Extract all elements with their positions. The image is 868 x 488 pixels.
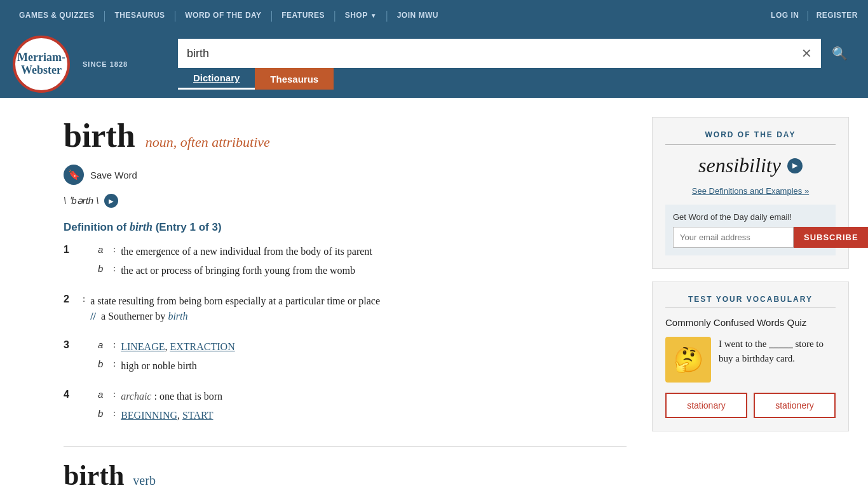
search-area: ✕ 🔍 Dictionary Thesaurus xyxy=(178,39,858,90)
def-letter-4a: a xyxy=(98,389,108,400)
search-icon: 🔍 xyxy=(832,46,848,61)
tab-thesaurus[interactable]: Thesaurus xyxy=(255,68,334,90)
def-text-2: a state resulting from being born especi… xyxy=(90,295,380,306)
def-letter-1a: a xyxy=(98,244,108,255)
def-subs-4: a : archaic : one that is born b : BEGIN… xyxy=(83,389,627,427)
vocab-divider xyxy=(665,308,836,308)
register-link[interactable]: REGISTER xyxy=(817,11,858,20)
def-num-row-4: 4 a : archaic : one that is born b : xyxy=(64,389,627,427)
pronunciation-text: \ ˈbərth \ xyxy=(64,195,99,207)
tab-dictionary[interactable]: Dictionary xyxy=(178,68,255,90)
lineage-link[interactable]: LINEAGE xyxy=(121,341,165,352)
quiz-option-stationary[interactable]: stationary xyxy=(665,393,747,418)
nav-links: GAMES & QUIZZES | THESAURUS | WORD OF TH… xyxy=(10,9,771,22)
def-colon-4b: : xyxy=(113,408,116,419)
quiz-option-stationery[interactable]: stationery xyxy=(754,393,836,418)
nav-link-features[interactable]: FEATURES xyxy=(273,11,334,20)
double-slash-2: // xyxy=(90,311,96,322)
def-text-1b: the act or process of bringing forth you… xyxy=(121,263,355,278)
start-link[interactable]: START xyxy=(182,410,213,421)
vocab-sentence: I went to the _____ store to buy a birth… xyxy=(719,337,836,365)
def-letter-4b: b xyxy=(98,408,108,419)
header: Merriam- Webster SINCE 1828 ✕ 🔍 Dictiona… xyxy=(0,30,868,98)
auth-divider: | xyxy=(806,10,808,21)
email-label: Get Word of the Day daily email! xyxy=(673,212,828,222)
def-subs-3: a : LINEAGE, EXTRACTION b : high or nobl… xyxy=(83,339,627,377)
def-colon-4a: : xyxy=(113,389,116,400)
search-clear-button[interactable]: ✕ xyxy=(792,39,821,68)
definition-block-3: 3 a : LINEAGE, EXTRACTION b : high or no… xyxy=(64,339,627,377)
quiz-options: stationary stationery xyxy=(665,393,836,418)
def-letter-3a: a xyxy=(98,339,108,350)
def-subs-1: a : the emergence of a new individual fr… xyxy=(83,244,627,282)
wotd-word-text[interactable]: sensibility xyxy=(698,154,781,177)
word-title: birth xyxy=(64,117,135,154)
definition-block-1: 1 a : the emergence of a new individual … xyxy=(64,244,627,282)
entry2-pos: verb xyxy=(133,473,156,488)
beginning-link[interactable]: BEGINNING xyxy=(121,410,177,421)
login-link[interactable]: LOG IN xyxy=(771,11,799,20)
wotd-see-more-link[interactable]: See Definitions and Examples » xyxy=(665,186,836,196)
save-word-label[interactable]: Save Word xyxy=(90,170,137,180)
wotd-audio-button[interactable]: ▶ xyxy=(787,158,803,173)
def-num-row-3: 3 a : LINEAGE, EXTRACTION b : high or no… xyxy=(64,339,627,377)
def-text-3a: LINEAGE, EXTRACTION xyxy=(121,339,235,355)
logo-area: Merriam- Webster SINCE 1828 xyxy=(0,30,178,98)
logo-text: Merriam- Webster xyxy=(17,51,65,77)
def-num-3: 3 xyxy=(64,339,75,351)
main-layout: birth noun, often attributive 🔖 Save Wor… xyxy=(0,98,868,488)
def-sub-4a: a : archaic : one that is born xyxy=(83,389,627,404)
nav-link-shop[interactable]: SHOP ▼ xyxy=(336,11,386,20)
def-num-4: 4 xyxy=(64,389,75,400)
def-colon-1a: : xyxy=(113,244,116,255)
top-navigation: GAMES & QUIZZES | THESAURUS | WORD OF TH… xyxy=(0,0,868,30)
def-num-1: 1 xyxy=(64,244,75,255)
nav-link-games[interactable]: GAMES & QUIZZES xyxy=(10,11,104,20)
email-input[interactable] xyxy=(673,227,794,248)
definition-entry: (Entry 1 of 3) xyxy=(156,221,222,233)
word-header: birth noun, often attributive xyxy=(64,117,627,154)
logo[interactable]: Merriam- Webster xyxy=(13,36,70,93)
thinking-emoji: 🤔 xyxy=(674,346,703,374)
audio-icon[interactable]: ▶ xyxy=(104,194,118,208)
def-content-2: a state resulting from being born especi… xyxy=(90,294,380,324)
play-icon: ▶ xyxy=(109,198,114,205)
vocab-quiz-title: Commonly Confused Words Quiz xyxy=(665,317,836,328)
def-sub-2: : a state resulting from being born espe… xyxy=(83,294,627,324)
def-text-1a: the emergence of a new individual from t… xyxy=(121,244,372,259)
subscribe-button[interactable]: SUBSCRIBE xyxy=(794,227,868,248)
def-colon-3b: : xyxy=(113,358,116,369)
search-bar: ✕ 🔍 xyxy=(178,39,858,68)
def-colon-1b: : xyxy=(113,263,116,274)
def-text-4a: archaic : one that is born xyxy=(121,389,222,404)
nav-link-thesaurus[interactable]: THESAURUS xyxy=(105,11,173,20)
nav-link-join[interactable]: JOIN MWU xyxy=(388,11,447,20)
definition-word: birth xyxy=(130,220,153,233)
word-pos: noun, often attributive xyxy=(146,134,270,151)
content-area: birth noun, often attributive 🔖 Save Wor… xyxy=(64,117,627,488)
def-example-link-2[interactable]: birth xyxy=(168,311,187,322)
pronunciation: \ ˈbərth \ ▶ xyxy=(64,194,627,208)
def-letter-3b: b xyxy=(98,358,108,369)
def-example-2: a Southerner by birth xyxy=(101,311,187,322)
bookmark-icon[interactable]: 🔖 xyxy=(64,165,84,185)
chevron-down-icon: ▼ xyxy=(370,12,377,19)
bookmark-symbol: 🔖 xyxy=(68,169,80,180)
nav-link-wotd[interactable]: WORD OF THE DAY xyxy=(176,11,270,20)
vocab-blank: _____ xyxy=(769,339,793,349)
definition-block-4: 4 a : archaic : one that is born b : xyxy=(64,389,627,427)
vocab-image: 🤔 xyxy=(665,337,711,383)
def-letter-1b: b xyxy=(98,263,108,274)
def-sub-1b: b : the act or process of bringing forth… xyxy=(83,263,627,278)
sub-tabs: Dictionary Thesaurus xyxy=(178,68,858,90)
def-sub-1a: a : the emergence of a new individual fr… xyxy=(83,244,627,259)
archaic-label: archaic xyxy=(121,391,151,402)
def-num-2: 2 xyxy=(64,294,75,305)
def-colon-3a: : xyxy=(113,339,116,350)
entry2-header: birth verb xyxy=(64,459,627,488)
search-input[interactable] xyxy=(178,39,792,68)
def-text-4b: BEGINNING, START xyxy=(121,408,213,423)
extraction-link[interactable]: EXTRACTION xyxy=(170,341,234,352)
def-num-row-2: 2 : a state resulting from being born es… xyxy=(64,294,627,328)
search-button[interactable]: 🔍 xyxy=(821,39,858,68)
